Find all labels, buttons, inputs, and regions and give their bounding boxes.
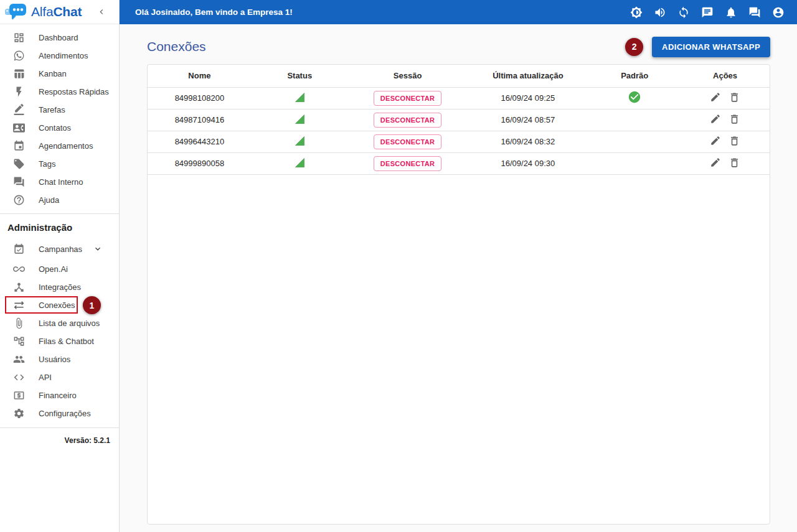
sidebar-item-label: Atendimentos: [39, 51, 88, 60]
tag-icon: [12, 158, 25, 170]
version-label: Versão: 5.2.1: [65, 436, 110, 445]
sidebar-item-tags[interactable]: Tags: [0, 155, 119, 173]
edit-icon[interactable]: [710, 157, 721, 168]
sidebar-item-dashboard[interactable]: Dashboard: [0, 29, 119, 47]
sidebar-item-tarefas[interactable]: Tarefas: [0, 101, 119, 119]
sidebar-item-ajuda[interactable]: Ajuda: [0, 191, 119, 209]
calendar-icon: [12, 140, 25, 152]
edit-icon[interactable]: [710, 91, 721, 103]
connections-icon: [12, 299, 25, 312]
integrations-icon: [12, 281, 25, 294]
sidebar-item-label: Campanhas: [39, 245, 82, 254]
content-header: Conexões 2 ADICIONAR WHATSAPP: [147, 35, 770, 58]
connection-name: 84987109416: [148, 109, 252, 131]
sync-icon[interactable]: [677, 6, 690, 19]
sidebar-item-campanhas[interactable]: Campanhas: [0, 238, 119, 260]
sidebar-item-lista-de-arquivos[interactable]: Lista de arquivos: [0, 314, 119, 332]
sidebar-item-conexoes[interactable]: Conexões 1: [0, 296, 119, 314]
help-icon: [12, 194, 25, 207]
sidebar-item-openai[interactable]: Open.Ai: [0, 260, 119, 278]
connection-name: 84996443210: [148, 131, 252, 152]
sidebar-item-kanban[interactable]: Kanban: [0, 65, 119, 83]
page-title: Conexões: [147, 39, 206, 54]
table-row: 84996443210 DESCONECTAR 16/09/24 08:32: [148, 131, 770, 152]
sidebar-item-label: Dashboard: [39, 33, 78, 42]
sidebar-item-label: Integrações: [39, 282, 81, 292]
tasks-icon: [12, 104, 25, 116]
sidebar-item-label: Agendamentos: [39, 141, 93, 151]
sidebar-item-usuarios[interactable]: Usuários: [0, 350, 119, 368]
brand-title: AlfaChat: [31, 4, 82, 19]
table-row: 84987109416 DESCONECTAR 16/09/24 08:57: [148, 109, 770, 131]
sidebar-item-integracoes[interactable]: Integrações: [0, 278, 119, 296]
sidebar-item-contatos[interactable]: Contatos: [0, 119, 119, 137]
chevron-down-icon[interactable]: [93, 244, 103, 254]
brand-alfa: Alfa: [31, 4, 53, 19]
volume-icon[interactable]: [654, 6, 666, 19]
sidebar-item-financeiro[interactable]: Financeiro: [0, 386, 119, 404]
sidebar-menu: Dashboard Atendimentos Kanban Respostas …: [0, 24, 119, 446]
sidebar-item-configuracoes[interactable]: Configurações: [0, 404, 119, 422]
sidebar-item-label: Respostas Rápidas: [39, 87, 109, 96]
sidebar-item-api[interactable]: API: [0, 368, 119, 386]
signal-status-icon: [294, 139, 306, 149]
users-icon: [12, 353, 25, 366]
sidebar-item-label: Configurações: [39, 409, 91, 418]
account-icon[interactable]: [772, 6, 785, 19]
tree-icon: [12, 335, 25, 348]
connection-name: 84999890058: [148, 152, 252, 174]
chat-icon[interactable]: [701, 6, 714, 19]
sidebar-item-label: Financeiro: [39, 391, 77, 400]
sidebar-item-chat-interno[interactable]: Chat Interno: [0, 173, 119, 191]
sidebar-collapse-icon[interactable]: [97, 7, 106, 17]
signal-status-icon: [294, 96, 306, 105]
sidebar-item-label: Kanban: [39, 69, 67, 78]
notifications-icon[interactable]: [725, 6, 737, 19]
sidebar-item-label: Filas & Chatbot: [39, 337, 94, 346]
dark-mode-icon[interactable]: [630, 6, 643, 19]
connections-card: Nome Status Sessão Última atualização Pa…: [147, 64, 770, 525]
disconnect-button[interactable]: DESCONECTAR: [374, 134, 441, 149]
kanban-icon: [12, 68, 25, 80]
sidebar-item-label: Usuários: [39, 355, 70, 364]
disconnect-button[interactable]: DESCONECTAR: [374, 156, 441, 171]
table-row: 84998108200 DESCONECTAR 16/09/24 09:25: [148, 87, 770, 109]
forum-icon: [12, 176, 25, 189]
code-icon: [12, 371, 25, 384]
sidebar: AlfaChat Dashboard Atendimentos Kanban R…: [0, 0, 120, 532]
alfachat-logo-icon: [4, 2, 30, 22]
sidebar-divider: [0, 213, 119, 214]
last-update: 16/09/24 08:32: [467, 131, 588, 152]
sidebar-item-respostas-rapidas[interactable]: Respostas Rápidas: [0, 83, 119, 101]
edit-icon[interactable]: [710, 135, 721, 146]
last-update: 16/09/24 09:30: [467, 152, 588, 174]
sidebar-item-filas-chatbot[interactable]: Filas & Chatbot: [0, 332, 119, 350]
delete-icon[interactable]: [729, 135, 740, 147]
topbar-icons: [630, 6, 785, 19]
app-root: AlfaChat Dashboard Atendimentos Kanban R…: [0, 0, 797, 532]
delete-icon[interactable]: [729, 91, 740, 103]
internal-chat-icon[interactable]: [748, 6, 761, 19]
header-sessao: Sessão: [348, 65, 468, 87]
sidebar-item-agendamentos[interactable]: Agendamentos: [0, 137, 119, 155]
tutorial-step-1-badge: 1: [83, 296, 101, 314]
sidebar-item-label: Ajuda: [39, 195, 59, 205]
disconnect-button[interactable]: DESCONECTAR: [374, 113, 441, 128]
sidebar-item-atendimentos[interactable]: Atendimentos: [0, 47, 119, 65]
signal-status-icon: [294, 118, 306, 127]
header-nome: Nome: [148, 65, 252, 87]
signal-status-icon: [294, 161, 306, 170]
edit-icon[interactable]: [710, 113, 721, 124]
delete-icon[interactable]: [729, 113, 740, 125]
header-status: Status: [252, 65, 348, 87]
add-whatsapp-button[interactable]: ADICIONAR WHATSAPP: [652, 37, 770, 57]
content: Conexões 2 ADICIONAR WHATSAPP Nome Sta: [120, 24, 797, 532]
header-acoes: Ações: [681, 65, 770, 87]
table-header-row: Nome Status Sessão Última atualização Pa…: [148, 65, 770, 87]
connection-name: 84998108200: [148, 87, 252, 109]
last-update: 16/09/24 08:57: [467, 109, 588, 131]
default-check-icon: [628, 96, 641, 106]
delete-icon[interactable]: [729, 157, 740, 169]
disconnect-button[interactable]: DESCONECTAR: [374, 91, 441, 106]
sidebar-item-label: Lista de arquivos: [39, 319, 100, 328]
